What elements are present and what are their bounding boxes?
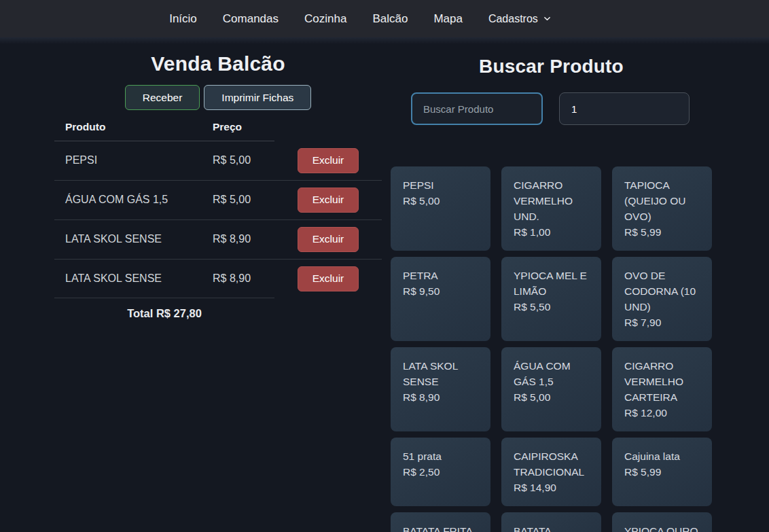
product-card-name: CIGARRO VERMELHO UND.	[514, 177, 589, 224]
receive-button[interactable]: Receber	[125, 85, 200, 110]
product-card-price: R$ 7,90	[624, 315, 700, 330]
product-card-name: PETRA	[403, 268, 478, 283]
print-tickets-button[interactable]: Imprimir Fichas	[204, 85, 311, 110]
row-product-name: LATA SKOL SENSE	[54, 259, 202, 298]
sale-panel: Venda Balcão Receber Imprimir Fichas Pro…	[54, 44, 382, 328]
table-row: LATA SKOL SENSE R$ 8,90 Excluir	[54, 219, 382, 259]
nav-item-balcao[interactable]: Balcão	[372, 12, 408, 26]
product-card-name: CAIPIROSKA TRADICIONAL	[514, 448, 589, 480]
row-product-name: ÁGUA COM GÁS 1,5	[54, 180, 202, 219]
search-title: Buscar Produto	[391, 56, 712, 77]
column-header-price: Preço	[202, 116, 274, 141]
product-grid: PEPSI R$ 5,00 CIGARRO VERMELHO UND. R$ 1…	[391, 166, 712, 532]
product-card[interactable]: BATATA	[501, 512, 601, 532]
delete-item-button[interactable]: Excluir	[298, 227, 359, 252]
column-header-actions	[274, 116, 382, 141]
delete-item-button[interactable]: Excluir	[298, 188, 359, 213]
product-card-price: R$ 5,99	[624, 224, 700, 240]
product-card-price: R$ 5,50	[514, 299, 589, 315]
search-input[interactable]	[411, 92, 543, 125]
top-navbar: Início Comandas Cozinha Balcão Mapa Cada…	[0, 0, 769, 37]
product-card-price: R$ 14,90	[514, 480, 589, 495]
product-card-name: OVO DE CODORNA (10 UND)	[624, 268, 700, 315]
navbar-shadow	[0, 37, 769, 44]
nav-item-mapa[interactable]: Mapa	[433, 12, 463, 26]
product-card[interactable]: CAIPIROSKA TRADICIONAL R$ 14,90	[501, 438, 601, 506]
product-card[interactable]: PETRA R$ 9,50	[391, 257, 490, 341]
product-card-name: LATA SKOL SENSE	[403, 358, 478, 389]
row-product-price: R$ 8,90	[202, 259, 274, 298]
product-card[interactable]: ÁGUA COM GÁS 1,5 R$ 5,00	[501, 347, 601, 431]
product-card[interactable]: YPIOCA OURO	[612, 512, 712, 532]
delete-item-button[interactable]: Excluir	[298, 266, 359, 291]
table-row: LATA SKOL SENSE R$ 8,90 Excluir	[54, 259, 382, 298]
product-card-name: BATATA	[514, 523, 589, 532]
search-controls	[411, 92, 712, 125]
nav-item-inicio[interactable]: Início	[169, 12, 197, 26]
sale-actions: Receber Imprimir Fichas	[54, 85, 382, 110]
row-product-price: R$ 5,00	[202, 180, 274, 219]
product-card-name: YPIOCA MEL E LIMÃO	[514, 268, 589, 299]
sale-items-table: Produto Preço PEPSI R$ 5,00 Excluir ÁGUA…	[54, 116, 382, 328]
nav-dropdown-label: Cadastros	[488, 13, 538, 25]
product-card[interactable]: CIGARRO VERMELHO UND. R$ 1,00	[501, 166, 601, 251]
product-card[interactable]: Cajuina lata R$ 5,99	[612, 438, 712, 506]
total-row: Total R$ 27,80	[54, 298, 382, 329]
product-card-name: TAPIOCA (QUEIJO OU OVO)	[624, 177, 700, 224]
row-product-price: R$ 8,90	[202, 219, 274, 259]
product-card-name: YPIOCA OURO	[624, 523, 700, 532]
product-card-price: R$ 2,50	[403, 464, 478, 480]
sale-table-body: PEPSI R$ 5,00 Excluir ÁGUA COM GÁS 1,5 R…	[54, 141, 382, 298]
product-card-price: R$ 5,00	[514, 389, 589, 405]
table-row: ÁGUA COM GÁS 1,5 R$ 5,00 Excluir	[54, 180, 382, 219]
product-card[interactable]: LATA SKOL SENSE R$ 8,90	[391, 347, 490, 431]
quantity-input[interactable]	[559, 92, 690, 125]
product-card-name: Cajuina lata	[624, 448, 700, 464]
product-card[interactable]: 51 prata R$ 2,50	[391, 438, 490, 506]
product-card[interactable]: CIGARRO VERMELHO CARTEIRA R$ 12,00	[612, 347, 712, 431]
row-product-name: LATA SKOL SENSE	[54, 219, 202, 259]
product-card-name: 51 prata	[403, 448, 478, 464]
product-card[interactable]: OVO DE CODORNA (10 UND) R$ 7,90	[612, 257, 712, 341]
column-header-product: Produto	[54, 116, 202, 141]
table-row: PEPSI R$ 5,00 Excluir	[54, 141, 382, 181]
product-card[interactable]: BATATA FRITA	[391, 512, 490, 532]
product-card-name: CIGARRO VERMELHO CARTEIRA	[624, 358, 700, 405]
product-card[interactable]: TAPIOCA (QUEIJO OU OVO) R$ 5,99	[612, 166, 712, 251]
delete-item-button[interactable]: Excluir	[298, 148, 359, 173]
product-card-price: R$ 8,90	[403, 389, 478, 405]
product-card-price: R$ 5,99	[624, 464, 700, 480]
product-card-name: BATATA FRITA	[403, 523, 478, 532]
product-card-price: R$ 1,00	[514, 224, 589, 240]
product-card-price: R$ 5,00	[403, 193, 478, 209]
search-panel: Buscar Produto PEPSI R$ 5,00 CIGARRO VER…	[391, 44, 712, 532]
nav-item-comandas[interactable]: Comandas	[223, 12, 279, 26]
nav-item-cozinha[interactable]: Cozinha	[304, 12, 346, 26]
table-header-row: Produto Preço	[54, 116, 382, 141]
product-card-name: ÁGUA COM GÁS 1,5	[514, 358, 589, 389]
product-card[interactable]: YPIOCA MEL E LIMÃO R$ 5,50	[501, 257, 601, 341]
product-card[interactable]: PEPSI R$ 5,00	[391, 166, 490, 251]
sale-total: Total R$ 27,80	[54, 298, 274, 329]
sale-title: Venda Balcão	[54, 52, 382, 75]
row-product-price: R$ 5,00	[202, 141, 274, 181]
nav-dropdown-cadastros[interactable]: Cadastros	[488, 13, 551, 25]
row-product-name: PEPSI	[54, 141, 202, 181]
product-card-name: PEPSI	[403, 177, 478, 193]
total-row-spacer	[274, 298, 382, 329]
product-card-price: R$ 12,00	[624, 405, 700, 421]
product-card-price: R$ 9,50	[403, 283, 478, 299]
chevron-down-icon	[543, 15, 551, 22]
